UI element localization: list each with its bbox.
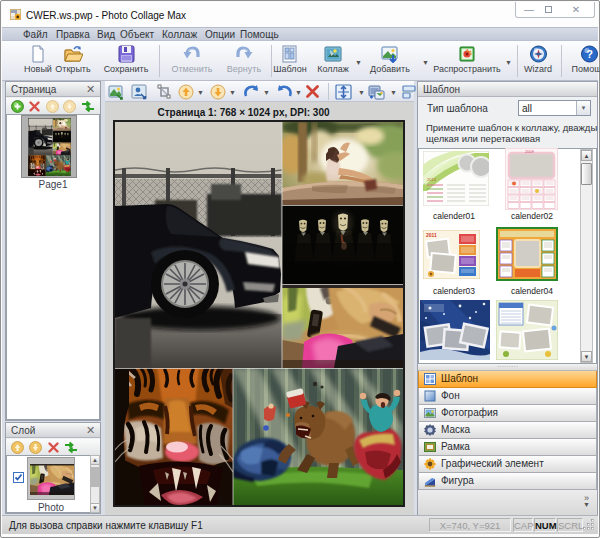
svg-text:2009: 2009: [525, 149, 535, 154]
svg-text:2011: 2011: [426, 232, 437, 238]
svg-text:?: ?: [586, 48, 593, 60]
svg-text:2014: 2014: [427, 177, 437, 182]
